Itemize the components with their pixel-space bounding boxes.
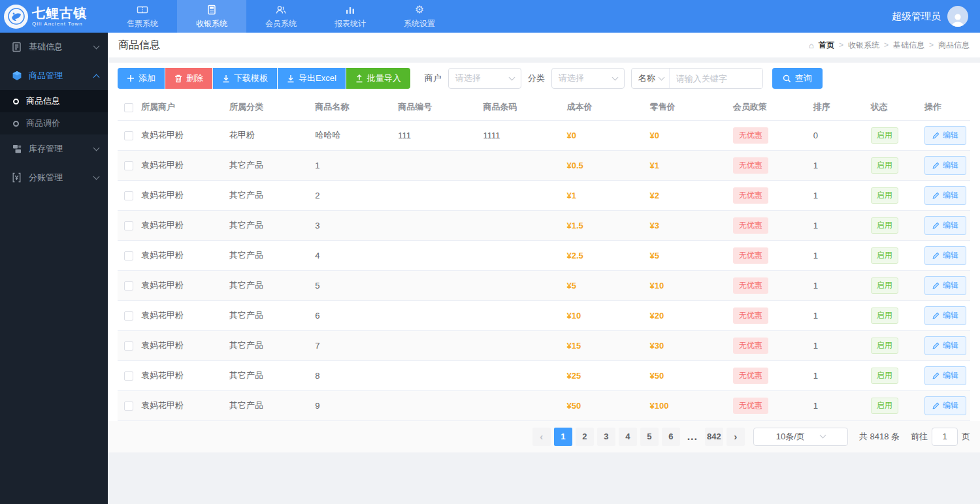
export-excel-button[interactable]: 导出Excel bbox=[278, 68, 346, 89]
breadcrumb-item[interactable]: 基础信息 bbox=[893, 40, 924, 51]
batch-import-label: 批量导入 bbox=[367, 72, 401, 84]
page-button[interactable]: 1 bbox=[554, 428, 572, 446]
cell-category: 其它产品 bbox=[223, 180, 308, 210]
nav-members[interactable]: 会员系统 bbox=[246, 0, 316, 33]
breadcrumb-separator: > bbox=[839, 40, 843, 50]
batch-import-button[interactable]: 批量导入 bbox=[346, 68, 410, 89]
user-avatar[interactable] bbox=[947, 6, 968, 27]
cell-cost-price: ¥0.5 bbox=[560, 150, 643, 180]
search-field-label: 名称 bbox=[638, 72, 655, 84]
row-checkbox[interactable] bbox=[124, 311, 133, 321]
breadcrumb: ⌂ 首页 > 收银系统 > 基础信息 > 商品信息 bbox=[809, 40, 970, 51]
row-checkbox[interactable] bbox=[124, 251, 133, 260]
nav-label: 收银系统 bbox=[196, 18, 227, 29]
table-row: 袁妈花甲粉 花甲粉 哈哈哈 111 1111 ¥0 ¥0 无优惠 0 启用 编辑 bbox=[118, 120, 970, 150]
edit-button-label: 编辑 bbox=[943, 190, 958, 201]
row-checkbox[interactable] bbox=[124, 131, 133, 140]
category-select-placeholder: 请选择 bbox=[559, 72, 584, 84]
sidebar-item-price-adjust[interactable]: 商品调价 bbox=[0, 112, 108, 134]
page-size-select[interactable]: 10条/页 bbox=[753, 428, 848, 446]
main-content: 商品信息 ⌂ 首页 > 收银系统 > 基础信息 > 商品信息 添加 删除 bbox=[108, 33, 980, 504]
sidebar-item-ledger[interactable]: 分账管理 bbox=[0, 163, 108, 192]
page-button[interactable]: 2 bbox=[576, 428, 594, 446]
chevron-down-icon bbox=[658, 74, 664, 80]
nav-cashier[interactable]: 收银系统 bbox=[177, 0, 246, 33]
pos-icon bbox=[206, 4, 217, 16]
product-table: 所属商户 所属分类 商品名称 商品编号 商品条码 成本价 零售价 会员政策 排序… bbox=[118, 94, 970, 421]
status-badge: 启用 bbox=[871, 307, 898, 324]
cell-barcode bbox=[476, 210, 560, 240]
merchant-select[interactable]: 请选择 bbox=[448, 68, 521, 89]
pencil-icon bbox=[932, 222, 939, 229]
column-header: 操作 bbox=[918, 94, 970, 120]
search-field-select[interactable]: 名称 bbox=[632, 69, 670, 88]
edit-button[interactable]: 编辑 bbox=[924, 126, 966, 145]
last-page-button[interactable]: 842 bbox=[705, 428, 723, 446]
cell-product-name: 8 bbox=[308, 360, 391, 390]
page-button[interactable]: 6 bbox=[662, 428, 680, 446]
cell-cost-price: ¥1 bbox=[560, 180, 643, 210]
goto-page-input[interactable] bbox=[932, 428, 958, 446]
page-button[interactable]: 4 bbox=[619, 428, 637, 446]
row-checkbox[interactable] bbox=[124, 402, 133, 411]
edit-button[interactable]: 编辑 bbox=[924, 246, 966, 265]
breadcrumb-item[interactable]: 收银系统 bbox=[848, 40, 879, 51]
pencil-icon bbox=[932, 282, 939, 289]
cell-cost-price: ¥1.5 bbox=[560, 210, 643, 240]
table-row: 袁妈花甲粉 其它产品 3 ¥1.5 ¥3 无优惠 1 启用 编辑 bbox=[118, 210, 970, 240]
add-button[interactable]: 添加 bbox=[118, 68, 165, 89]
status-badge: 启用 bbox=[871, 338, 898, 354]
cell-barcode bbox=[476, 180, 560, 210]
sidebar-item-product-mgmt[interactable]: 商品管理 bbox=[0, 61, 108, 90]
cell-category: 其它产品 bbox=[223, 360, 308, 390]
row-checkbox[interactable] bbox=[124, 221, 133, 230]
search-button[interactable]: 查询 bbox=[772, 68, 823, 89]
sidebar-item-inventory[interactable]: 库存管理 bbox=[0, 134, 108, 163]
keyword-input[interactable] bbox=[670, 69, 762, 88]
cell-merchant: 袁妈花甲粉 bbox=[135, 330, 223, 360]
select-all-checkbox[interactable] bbox=[124, 103, 133, 112]
column-header: 排序 bbox=[807, 94, 864, 120]
edit-button[interactable]: 编辑 bbox=[924, 216, 966, 235]
edit-button[interactable]: 编辑 bbox=[924, 366, 966, 385]
sidebar-item-basic-info[interactable]: 基础信息 bbox=[0, 33, 108, 61]
top-nav: 售票系统 收银系统 会员系统 报表统计 ⚙ 系统设置 bbox=[108, 0, 454, 33]
cell-product-code bbox=[391, 390, 476, 420]
row-checkbox[interactable] bbox=[124, 281, 133, 291]
nav-settings[interactable]: ⚙ 系统设置 bbox=[385, 0, 454, 33]
edit-button[interactable]: 编辑 bbox=[924, 186, 966, 205]
page-size-value: 10条/页 bbox=[776, 431, 805, 443]
edit-button-label: 编辑 bbox=[943, 250, 958, 261]
chevron-down-icon bbox=[93, 145, 100, 151]
cell-retail-price: ¥5 bbox=[644, 240, 727, 270]
nav-reports[interactable]: 报表统计 bbox=[316, 0, 385, 33]
download-template-button[interactable]: 下载模板 bbox=[213, 68, 277, 89]
next-page-button[interactable]: › bbox=[727, 428, 745, 446]
nav-ticketing[interactable]: 售票系统 bbox=[108, 0, 177, 33]
status-badge: 启用 bbox=[871, 217, 898, 234]
edit-button[interactable]: 编辑 bbox=[924, 156, 966, 175]
edit-button-label: 编辑 bbox=[943, 280, 958, 291]
row-checkbox[interactable] bbox=[124, 161, 133, 170]
row-checkbox[interactable] bbox=[124, 191, 133, 200]
merchant-select-placeholder: 请选择 bbox=[455, 72, 481, 84]
delete-button[interactable]: 删除 bbox=[165, 68, 212, 89]
edit-button[interactable]: 编辑 bbox=[924, 336, 966, 355]
nav-label: 报表统计 bbox=[335, 18, 366, 29]
cell-merchant: 袁妈花甲粉 bbox=[135, 240, 223, 270]
status-badge: 启用 bbox=[871, 277, 898, 294]
page-button[interactable]: 5 bbox=[640, 428, 659, 446]
row-checkbox[interactable] bbox=[124, 341, 133, 351]
page-button[interactable]: 3 bbox=[597, 428, 615, 446]
edit-button[interactable]: 编辑 bbox=[924, 276, 966, 295]
prev-page-button[interactable]: ‹ bbox=[532, 428, 551, 446]
edit-button[interactable]: 编辑 bbox=[924, 306, 966, 325]
row-checkbox[interactable] bbox=[124, 371, 133, 381]
category-select[interactable]: 请选择 bbox=[551, 68, 625, 89]
cell-merchant: 袁妈花甲粉 bbox=[135, 270, 223, 300]
breadcrumb-home[interactable]: 首页 bbox=[819, 40, 834, 51]
policy-badge: 无优惠 bbox=[733, 187, 768, 204]
sidebar-item-product-info[interactable]: 商品信息 bbox=[0, 90, 108, 112]
edit-button[interactable]: 编辑 bbox=[924, 396, 966, 415]
pagination-ellipsis[interactable]: ... bbox=[683, 431, 702, 443]
